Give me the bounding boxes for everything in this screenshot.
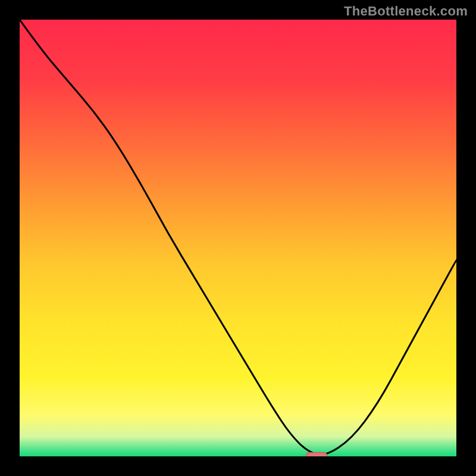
chart-frame: { "watermark": "TheBottleneck.com", "col… — [0, 0, 476, 476]
watermark-text: TheBottleneck.com — [344, 4, 468, 19]
bottleneck-chart — [0, 0, 476, 476]
gradient-background — [20, 20, 456, 456]
optimum-marker — [306, 452, 327, 460]
